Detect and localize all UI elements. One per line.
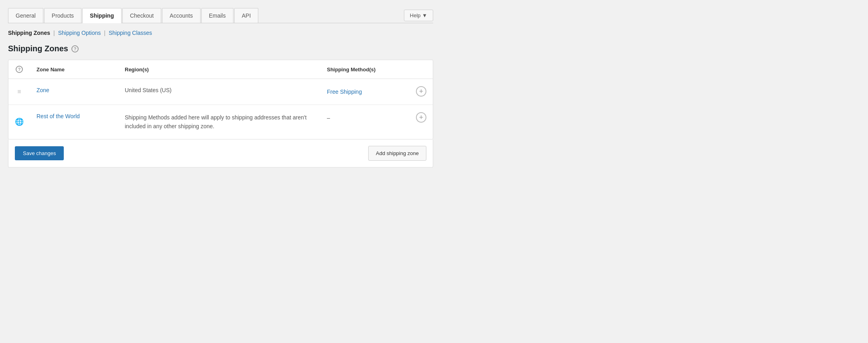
zone-row-drag-cell: ≡	[8, 79, 30, 105]
globe-icon: 🌐	[15, 118, 24, 126]
drag-handle-icon[interactable]: ≡	[17, 88, 21, 95]
table-help-icon[interactable]: ?	[16, 66, 23, 73]
rest-world-method-dash: –	[327, 115, 330, 121]
shipping-zones-table: ? Zone Name Region(s) Shipping Method(s)…	[8, 60, 433, 139]
table-row-rest-of-world: 🌐 Rest of the World Shipping Methods add…	[8, 105, 433, 139]
actions-row: Save changes Add shipping zone	[8, 139, 433, 167]
table-header-row: ? Zone Name Region(s) Shipping Method(s)	[8, 60, 433, 79]
rest-world-name-cell: Rest of the World	[30, 105, 118, 139]
add-shipping-zone-button[interactable]: Add shipping zone	[368, 146, 426, 161]
tab-api[interactable]: API	[234, 8, 259, 23]
subnav-shipping-classes[interactable]: Shipping Classes	[109, 30, 152, 36]
sub-nav-separator-1: |	[53, 30, 55, 36]
tab-emails[interactable]: Emails	[201, 8, 233, 23]
rest-world-method-container: – +	[327, 113, 426, 123]
col-header-shipping-methods: Shipping Method(s)	[320, 60, 433, 79]
col-header-zone-name: Zone Name	[30, 60, 118, 79]
subnav-shipping-options[interactable]: Shipping Options	[58, 30, 101, 36]
page-title-text: Shipping Zones	[8, 44, 68, 53]
rest-world-method-cell: – +	[320, 105, 433, 139]
subnav-shipping-zones[interactable]: Shipping Zones	[8, 30, 50, 36]
sub-nav-separator-2: |	[104, 30, 105, 36]
zone-row-region-cell: United States (US)	[118, 79, 320, 105]
zone-method-container: Free Shipping +	[327, 87, 426, 97]
add-method-button-zone[interactable]: +	[416, 86, 426, 97]
save-changes-button[interactable]: Save changes	[15, 146, 64, 160]
shipping-zones-table-container: ? Zone Name Region(s) Shipping Method(s)…	[8, 60, 433, 139]
add-method-button-rest-world[interactable]: +	[416, 112, 426, 123]
zone-row-name-cell: Zone	[30, 79, 118, 105]
tab-general[interactable]: General	[8, 8, 43, 23]
zone-name-link[interactable]: Zone	[37, 87, 49, 93]
col-header-regions: Region(s)	[118, 60, 320, 79]
rest-world-region-cell: Shipping Methods added here will apply t…	[118, 105, 320, 139]
title-help-icon[interactable]: ?	[71, 45, 79, 52]
sub-navigation: Shipping Zones | Shipping Options | Ship…	[8, 30, 433, 36]
tabs-bar: General Products Shipping Checkout Accou…	[8, 8, 433, 23]
rest-of-world-link[interactable]: Rest of the World	[37, 113, 80, 119]
tab-products[interactable]: Products	[44, 8, 81, 23]
page-title-row: Shipping Zones ?	[8, 44, 433, 53]
rest-world-description: Shipping Methods added here will apply t…	[125, 114, 306, 129]
free-shipping-link[interactable]: Free Shipping	[327, 89, 362, 95]
zone-row-method-cell: Free Shipping +	[320, 79, 433, 105]
help-button[interactable]: Help ▼	[404, 10, 433, 21]
col-header-help[interactable]: ?	[8, 60, 30, 79]
tab-shipping[interactable]: Shipping	[82, 8, 122, 23]
rest-world-icon-cell: 🌐	[8, 105, 30, 139]
tab-accounts[interactable]: Accounts	[162, 8, 201, 23]
zone-region-text: United States (US)	[125, 87, 172, 93]
tab-checkout[interactable]: Checkout	[122, 8, 161, 23]
table-row-zone: ≡ Zone United States (US) Free Shipping …	[8, 79, 433, 105]
